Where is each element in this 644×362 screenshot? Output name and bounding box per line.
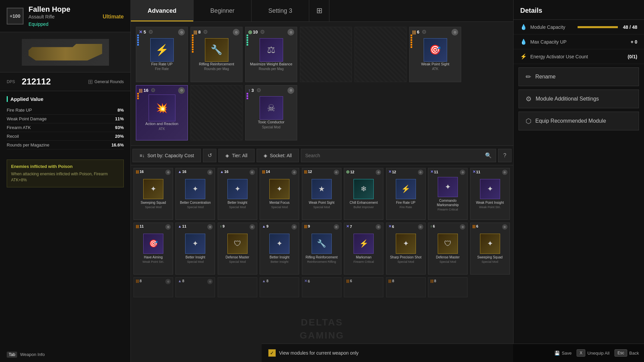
grid-module-defense-master-2[interactable]: ↑6 ⚙ 🛡 Defense Master Special Mod: [428, 223, 468, 275]
module-slot-9[interactable]: ↑3 ⚙ ⚙ ☠ Toxic Conductor Special Mod: [245, 85, 297, 140]
gm-settings-9[interactable]: ⚙: [502, 170, 507, 175]
slot-settings-icon-9[interactable]: ⚙: [287, 87, 294, 94]
module-slot-8[interactable]: [191, 85, 243, 140]
gm-cost-r2-6: ✕7: [346, 224, 352, 229]
grid-module-defense-master-1[interactable]: ↑9 ⚙ 🛡 Defense Master Special Mod: [218, 223, 257, 275]
gm-settings-r2-7[interactable]: ⚙: [418, 224, 423, 230]
slot-type-6: ATK: [432, 67, 438, 71]
gm-settings-5[interactable]: ⚙: [334, 170, 339, 175]
slot-settings-icon-3[interactable]: ⚙: [287, 29, 294, 36]
max-capacity-row: 💧 Max Capacity UP + 0: [514, 35, 644, 49]
grid-module-r3-5[interactable]: ✕6: [302, 277, 341, 297]
sort-button[interactable]: ≡↓ Sort by: Capacity Cost: [132, 149, 201, 162]
gm-settings-r2-5[interactable]: ⚙: [334, 224, 339, 230]
grid-module-r3-1[interactable]: |||8 ⚙: [133, 277, 173, 297]
gm-settings-r2-3[interactable]: ⚙: [250, 224, 255, 230]
grid-module-sharp-precision-shot[interactable]: ✕6 ⚙ ✦ Sharp Precision Shot Special Mod: [386, 223, 426, 275]
module-slot-3[interactable]: ◎10 ⚙ ⚙ ⚖ Maximize Weight Balance Rounds…: [245, 27, 297, 82]
grid-module-better-insight-3[interactable]: ▲9 ⚙ ✦ Better Insight Better Insight: [260, 223, 299, 275]
slot-settings-icon-2[interactable]: ⚙: [233, 29, 239, 36]
gm-settings-7[interactable]: ⚙: [418, 170, 423, 175]
slot-settings-icon-1[interactable]: ⚙: [178, 29, 185, 36]
gm-settings-r2-1[interactable]: ⚙: [165, 224, 171, 230]
grid-module-r3-8[interactable]: |||8: [428, 277, 468, 297]
tier-button[interactable]: ◈ Tier: All: [218, 149, 254, 162]
reset-button[interactable]: ↺: [203, 149, 216, 162]
gm-cost-r2-7: ✕6: [388, 224, 394, 229]
weapon-info-tab[interactable]: Tab Weapon Info: [7, 352, 45, 357]
gm-type-3: Special Mod: [229, 205, 246, 209]
gm-settings-8[interactable]: ⚙: [460, 170, 465, 175]
tab-beginner[interactable]: Beginner: [194, 0, 252, 21]
tab-advanced[interactable]: Advanced: [131, 0, 194, 21]
gm-settings-r2-6[interactable]: ⚙: [376, 224, 381, 230]
unequip-all-action[interactable]: X Unequip All: [577, 349, 609, 357]
gm-icon-r2-7: ✦: [396, 234, 416, 254]
gm-cost-r3-8: |||8: [430, 279, 436, 283]
slot-settings-icon-6[interactable]: ⚙: [451, 29, 458, 36]
module-slot-2[interactable]: |||8 ⚙ ⚙ 🔧 Rifling Reinforcement Rounds …: [191, 27, 243, 82]
grid-module-mental-focus[interactable]: |||14 ⚙ ✦ Mental Focus Special Mod: [260, 168, 299, 220]
capacity-bar: [578, 26, 618, 28]
gm-settings-1[interactable]: ⚙: [165, 170, 171, 175]
grid-module-weak-point-insight[interactable]: ✕11 ⚙ ✦ Weak Point Insight Weak Point St…: [470, 168, 510, 220]
module-slot-1[interactable]: ✕5 ⚙ ⚙ ⚡ Fire Rate UP Fire Rate: [136, 27, 188, 82]
tier-icon: ◈: [225, 153, 229, 158]
grid-module-better-concentration[interactable]: ▲16 ⚙ ✦ Better Concentration Special Mod: [175, 168, 215, 220]
equip-recommended-label: Equip Recommended Module: [535, 118, 606, 124]
grid-module-rifling-reinforcement[interactable]: |||9 ⚙ 🔧 Rifling Reinforcement Reinforce…: [302, 223, 341, 275]
grid-module-sweeping-squad[interactable]: |||16 ⚙ ✦ Sweeping Squad Special Mod: [133, 168, 173, 220]
gm-settings-r2-4[interactable]: ⚙: [291, 224, 297, 230]
gm-type-7: Fire Rate: [399, 205, 412, 209]
energy-icon: ⚡: [520, 53, 527, 60]
gm-icon-r2-8: 🛡: [438, 234, 458, 254]
module-slot-5[interactable]: [355, 27, 407, 82]
stat-fire-rate: Fire Rate UP 8%: [7, 106, 124, 115]
slot-name-7: Action and Reaction: [144, 121, 180, 126]
stats-title: Applied Value: [7, 96, 124, 102]
tab-grid-icon[interactable]: ⊞: [309, 0, 329, 22]
grid-module-marksman[interactable]: ✕7 ⚙ ⚡ Marksman Firearm Critical: [344, 223, 383, 275]
gm-cost-6: ◎12: [346, 170, 354, 174]
grid-module-weak-point-sight-1[interactable]: |||12 ⚙ ★ Weak Point Sight Special Mod: [302, 168, 341, 220]
stat-firearm-atk-val: 93%: [115, 125, 124, 130]
grid-module-r3-4[interactable]: ▲8: [260, 277, 299, 297]
help-button[interactable]: ?: [498, 149, 512, 162]
grid-module-r3-7[interactable]: |||8: [386, 277, 426, 297]
module-slot-4[interactable]: [300, 27, 352, 82]
save-action[interactable]: 💾 Save: [554, 351, 572, 356]
stat-firearm-atk: Firearm ATK 93%: [7, 123, 124, 132]
gm-settings-3[interactable]: ⚙: [250, 170, 255, 175]
view-current-weapon-checkbox[interactable]: ✓ View modules for current weapon only: [268, 349, 359, 357]
back-action[interactable]: Esc Back: [614, 349, 639, 357]
gm-settings-r2-2[interactable]: ⚙: [207, 224, 213, 230]
slot-settings-icon-7[interactable]: ⚙: [178, 87, 185, 94]
module-slot-6[interactable]: |||6 ⚙ ⚙ 🎯 Weak Point Sight ATK: [409, 27, 461, 82]
gm-settings-4[interactable]: ⚙: [291, 170, 297, 175]
tab-setting3[interactable]: Setting 3: [252, 0, 309, 21]
gm-settings-r2-8[interactable]: ⚙: [460, 224, 465, 230]
grid-module-chill-enhancement[interactable]: ◎12 ⚙ ❄ Chill Enhancement Bullet Improve…: [344, 168, 383, 220]
grid-module-fire-rate-up[interactable]: ✕12 ⚙ ⚡ Fire Rate UP Fire Rate: [386, 168, 426, 220]
grid-module-r3-2[interactable]: ▲8 ⚙: [175, 277, 215, 297]
grid-module-better-insight-2[interactable]: ▲11 ⚙ ✦ Better Insight Special Mod: [175, 223, 215, 275]
rename-label: Rename: [535, 74, 555, 80]
gm-settings-r3-1[interactable]: ⚙: [165, 279, 171, 284]
module-settings-button[interactable]: ⚙ Module Additional Settings: [519, 89, 639, 108]
grid-module-r3-6[interactable]: |||6: [344, 277, 383, 297]
grid-module-r3-3[interactable]: [218, 277, 257, 297]
gm-settings-r2-9[interactable]: ⚙: [502, 224, 507, 230]
checkbox-box[interactable]: ✓: [268, 349, 276, 357]
rename-button[interactable]: ✏ Rename: [519, 67, 639, 86]
grid-module-sweeping-squad-2[interactable]: |||6 ⚙ ✦ Sweeping Squad Special Mod: [470, 223, 510, 275]
grid-module-have-aiming[interactable]: |||11 ⚙ 🎯 Have Aiming Weak Point Stri.: [133, 223, 173, 275]
grid-module-better-insight-1[interactable]: ▲16 ⚙ ✦ Better Insight Special Mod: [218, 168, 257, 220]
gm-settings-2[interactable]: ⚙: [207, 170, 213, 175]
gm-settings-r3-2[interactable]: ⚙: [207, 279, 213, 284]
gm-settings-6[interactable]: ⚙: [376, 170, 381, 175]
grid-module-commando-marksmanship[interactable]: ✕11 ⚙ ✦ Commando Marksmanship Firearm Cr…: [428, 168, 468, 220]
search-input[interactable]: [305, 153, 482, 158]
socket-button[interactable]: ◈ Socket: All: [257, 149, 299, 162]
module-slot-7[interactable]: |||16 ⚙ ⚙ 💥 Action and Reaction ATK: [136, 85, 188, 140]
equip-recommended-button[interactable]: ⬡ Equip Recommended Module: [519, 112, 639, 130]
